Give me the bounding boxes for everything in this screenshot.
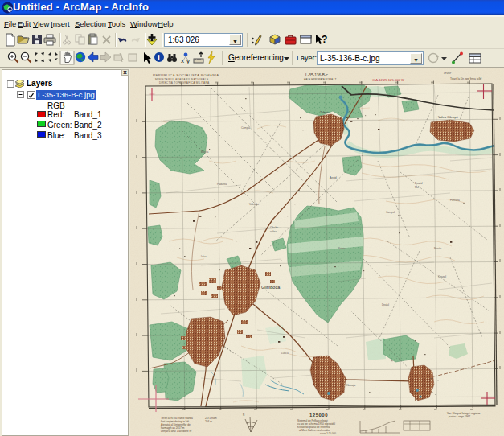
svg-text:x: x (181, 57, 184, 64)
svg-text:?: ? (322, 34, 327, 45)
svg-text:i: i (158, 53, 160, 62)
